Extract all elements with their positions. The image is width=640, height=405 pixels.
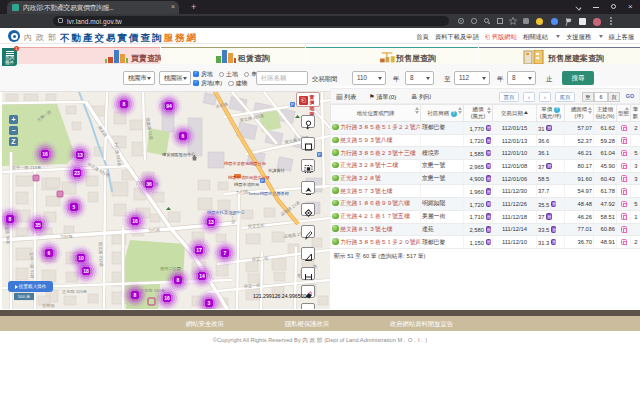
svg-text:P: P [318,152,321,157]
svg-text:P: P [291,102,294,107]
svg-text:正光路 205巷: 正光路 205巷 [62,289,87,294]
svg-text:桃園市消防局慈文分隊: 桃園市消防局慈文分隊 [228,175,271,180]
svg-text:Tamar桃園市立圖書館: Tamar桃園市立圖書館 [248,191,289,196]
svg-text:桃園市消防局: 桃園市消防局 [234,182,259,187]
svg-text:文中一路 51巷: 文中一路 51巷 [29,252,35,279]
svg-text:桃園市警察局桃園分局: 桃園市警察局桃園分局 [224,161,266,166]
